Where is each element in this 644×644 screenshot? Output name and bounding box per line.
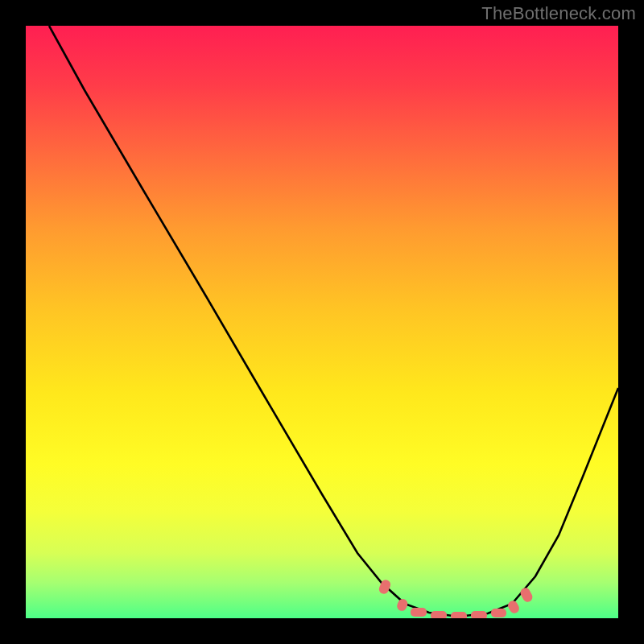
svg-rect-7 xyxy=(506,599,521,615)
svg-rect-6 xyxy=(491,609,506,617)
bottleneck-curve xyxy=(49,26,618,616)
svg-rect-4 xyxy=(451,612,467,618)
chart-frame: TheBottleneck.com xyxy=(0,0,644,644)
svg-rect-5 xyxy=(471,611,487,618)
svg-rect-8 xyxy=(518,586,534,604)
optimal-band xyxy=(378,578,534,618)
svg-rect-2 xyxy=(411,608,427,617)
watermark-text: TheBottleneck.com xyxy=(481,3,636,24)
svg-rect-3 xyxy=(431,611,447,618)
curve-layer xyxy=(26,26,618,618)
svg-rect-1 xyxy=(395,597,409,612)
plot-area xyxy=(26,26,618,618)
